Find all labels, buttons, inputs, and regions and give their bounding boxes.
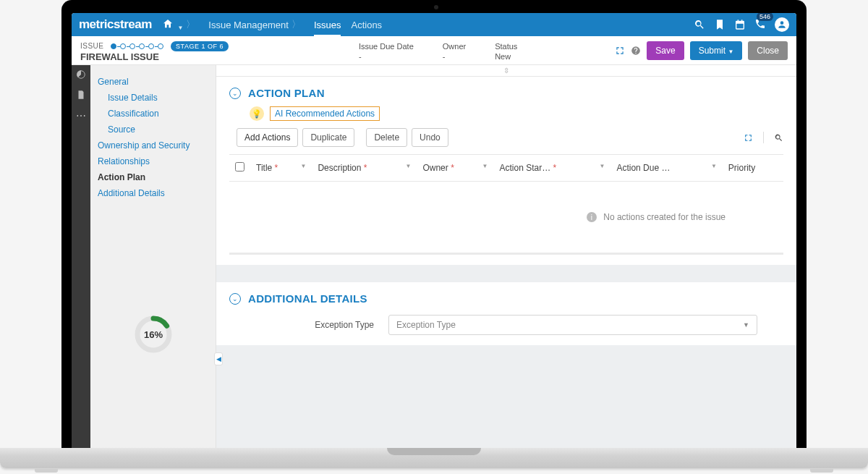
rail-doc-icon[interactable] [76,90,86,100]
left-rail: ⋯ [72,65,90,449]
col-action-start[interactable]: Action Star… *▼ [494,155,611,182]
collapse-section-icon[interactable]: ⌄ [229,88,241,99]
exception-type-select[interactable]: Exception Type ▼ [388,315,757,335]
meta-status: StatusNew [495,41,517,61]
chevron-down-icon: ▼ [743,321,749,329]
rail-more-icon[interactable]: ⋯ [76,110,86,122]
meta-due-date: Issue Due Date- [359,41,414,61]
actions-table: Title *▼ Description *▼ Owner *▼ Action … [229,154,783,255]
exception-type-placeholder: Exception Type [396,320,456,330]
delete-button[interactable]: Delete [366,128,407,147]
page-title-block: ISSUE STAGE 1 OF 6 FIREWALL ISSUE [80,38,229,62]
nav-issue-management[interactable]: Issue Management [208,20,289,30]
expand-icon[interactable] [615,46,625,56]
sidebar: General Issue Details Classification Sou… [90,65,216,449]
col-priority[interactable]: Priority [723,155,783,182]
bookmark-icon[interactable] [714,19,726,30]
page-title: FIREWALL ISSUE [80,51,229,62]
collapse-section-icon[interactable]: ⌄ [229,293,241,305]
duplicate-button[interactable]: Duplicate [302,128,354,147]
completion-gauge: 16% [90,314,216,355]
add-actions-button[interactable]: Add Actions [237,128,298,147]
additional-details-panel: ⌄ ADDITIONAL DETAILS Exception Type Exce… [216,282,796,345]
breadcrumb-sep: 〉 [186,18,195,31]
top-nav: metricstream ▼ 〉 Issue Management 〉 Issu… [72,13,796,36]
table-search-icon[interactable] [774,133,783,143]
undo-button[interactable]: Undo [412,128,448,147]
save-button[interactable]: Save [647,41,684,60]
empty-state-row: i No actions created for the issue [229,182,783,254]
lightbulb-icon: 💡 [250,106,264,121]
stage-badge: STAGE 1 OF 6 [171,41,229,51]
action-plan-panel: ⌄ ACTION PLAN 💡 AI Recommended Actions A… [216,77,796,265]
notifications-button[interactable]: 546 [754,18,766,32]
toolbar-divider [763,132,764,143]
brand-logo: metricstream [79,17,152,32]
col-description[interactable]: Description *▼ [312,155,417,182]
sidebar-collapse-handle[interactable]: ◀ [214,352,223,365]
exception-type-label: Exception Type [273,320,374,330]
select-all-checkbox[interactable] [235,162,244,172]
rail-dashboard-icon[interactable] [76,69,86,80]
table-expand-icon[interactable] [744,133,753,143]
sidebar-item-ownership[interactable]: Ownership and Security [98,137,208,153]
meta-owner: Owner- [443,41,466,61]
submit-button[interactable]: Submit ▼ [690,41,743,60]
sidebar-item-general[interactable]: General [98,74,208,90]
page-kicker: ISSUE [80,42,104,50]
col-action-due[interactable]: Action Due …▼ [610,155,722,182]
close-button[interactable]: Close [748,41,788,60]
page-subheader: ISSUE STAGE 1 OF 6 FIREWALL ISSUE [72,36,796,65]
col-title[interactable]: Title *▼ [250,155,312,182]
home-dropdown[interactable]: ▼ [162,18,184,32]
empty-state-text: No actions created for the issue [603,212,726,222]
sidebar-item-source[interactable]: Source [98,122,208,137]
user-avatar[interactable] [775,17,789,32]
nav-issues[interactable]: Issues [314,20,341,36]
stage-progress-dots [111,43,164,49]
gauge-label: 16% [143,329,162,340]
sidebar-item-issue-details[interactable]: Issue Details [98,90,208,106]
notification-count: 546 [757,13,773,21]
col-owner[interactable]: Owner *▼ [417,155,493,182]
action-plan-title: ACTION PLAN [248,87,325,99]
camera-dot [434,5,438,9]
panel-drag-handle[interactable]: ⇳ [216,65,796,77]
nav-actions[interactable]: Actions [351,20,382,30]
sidebar-item-action-plan[interactable]: Action Plan [98,169,208,185]
main-content: ⇳ ⌄ ACTION PLAN 💡 AI Recommended Actions… [216,65,796,449]
additional-details-title: ADDITIONAL DETAILS [248,292,367,305]
help-icon[interactable] [631,46,641,56]
breadcrumb-sep: 〉 [292,18,301,31]
sidebar-item-relationships[interactable]: Relationships [98,153,208,169]
home-icon [162,18,174,30]
sidebar-item-additional-details[interactable]: Additional Details [98,185,208,201]
search-icon[interactable] [694,19,705,30]
user-icon [777,20,787,30]
sidebar-item-classification[interactable]: Classification [98,106,208,122]
info-icon: i [587,212,597,222]
calendar-icon[interactable] [734,19,746,30]
ai-recommended-actions-link[interactable]: AI Recommended Actions [270,106,380,121]
